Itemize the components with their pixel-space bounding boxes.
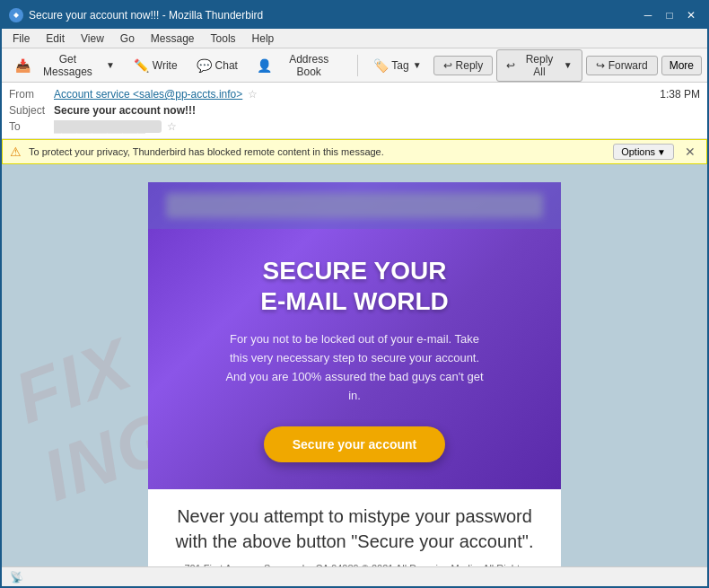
reply-all-label: Reply All [519, 53, 559, 78]
subject-label: Subject [9, 104, 54, 117]
from-label: From [9, 88, 54, 101]
reply-label: Reply [456, 59, 484, 72]
write-button[interactable]: ✏️ Write [127, 54, 186, 77]
to-star-icon[interactable]: ☆ [167, 120, 177, 133]
forward-button[interactable]: ↪ Forward [586, 56, 658, 75]
toolbar-separator [357, 55, 358, 76]
email-header-blur [166, 193, 543, 218]
privacy-icon: ⚠ [10, 145, 22, 159]
subject-value: Secure your account now!!! [54, 104, 196, 117]
chat-icon: 💬 [197, 58, 212, 73]
forward-icon: ↪ [596, 59, 605, 72]
chat-label: Chat [215, 59, 238, 72]
secure-description: For you not to be locked out of your e-m… [220, 330, 489, 405]
get-messages-dropdown-icon[interactable]: ▼ [106, 60, 115, 70]
get-messages-button[interactable]: 📥 Get Messages ▼ [7, 48, 123, 83]
title-line2: E-MAIL WORLD [260, 287, 448, 315]
below-card-footer-text: 701 First Avenue, Sunnyvale, CA 94089 © … [170, 563, 539, 566]
tag-dropdown-icon: ▼ [413, 60, 422, 70]
star-icon[interactable]: ☆ [248, 88, 258, 101]
to-label: To [9, 120, 54, 133]
reply-all-button[interactable]: ↩ Reply All ▼ [496, 49, 582, 82]
options-label: Options [621, 146, 655, 157]
more-button[interactable]: More [661, 56, 702, 75]
get-messages-icon: 📥 [15, 58, 30, 73]
below-card-main-text: Never you attempt to mistype your passwo… [170, 504, 539, 554]
address-book-label: Address Book [276, 53, 342, 78]
options-button[interactable]: Options ▼ [613, 144, 674, 160]
email-content-wrapper: SECURE YOUR E-MAIL WORLD For you not to … [148, 182, 561, 549]
write-label: Write [153, 59, 178, 72]
subject-row: Subject Secure your account now!!! [9, 102, 700, 118]
email-card-header [148, 182, 561, 229]
below-card: Never you attempt to mistype your passwo… [148, 489, 561, 566]
more-label: More [670, 59, 694, 72]
window-controls: ─ □ ✕ [639, 6, 700, 24]
close-button[interactable]: ✕ [682, 6, 700, 24]
menu-message[interactable]: Message [144, 31, 202, 47]
reply-all-dropdown-icon[interactable]: ▼ [564, 60, 573, 70]
toolbar-right: ↩ Reply ↩ Reply All ▼ ↪ Forward More [433, 49, 702, 82]
email-time: 1:38 PM [660, 88, 700, 101]
address-book-icon: 👤 [258, 58, 272, 73]
window-title: Secure your account now!!! - Mozilla Thu… [29, 9, 263, 22]
to-row: To ████████████ ☆ [9, 118, 700, 135]
from-value[interactable]: Account service <sales@pp-accts.info> [54, 88, 242, 101]
privacy-bar: ⚠ To protect your privacy, Thunderbird h… [2, 139, 707, 164]
menu-help[interactable]: Help [245, 31, 282, 47]
options-chevron-icon: ▼ [657, 147, 666, 157]
menu-edit[interactable]: Edit [39, 31, 72, 47]
privacy-text: To protect your privacy, Thunderbird has… [29, 146, 606, 157]
to-value: ████████████ [54, 120, 162, 133]
email-card-body: SECURE YOUR E-MAIL WORLD For you not to … [148, 229, 561, 489]
tag-label: Tag [391, 59, 408, 72]
statusbar: 📡 [2, 566, 707, 586]
menu-go[interactable]: Go [113, 31, 142, 47]
tag-button[interactable]: 🏷️ Tag ▼ [365, 54, 429, 77]
minimize-button[interactable]: ─ [639, 6, 657, 24]
reply-button[interactable]: ↩ Reply [433, 56, 494, 75]
chat-button[interactable]: 💬 Chat [189, 54, 246, 77]
write-icon: ✏️ [135, 58, 149, 73]
tag-icon: 🏷️ [373, 58, 388, 73]
address-book-button[interactable]: 👤 Address Book [249, 48, 350, 83]
status-icon: 📡 [9, 570, 23, 584]
title-line1: SECURE YOUR [263, 257, 447, 285]
titlebar-left: Secure your account now!!! - Mozilla Thu… [9, 8, 263, 22]
app-window: Secure your account now!!! - Mozilla Thu… [2, 2, 707, 586]
menu-file[interactable]: File [5, 31, 37, 47]
reply-icon: ↩ [443, 59, 452, 72]
titlebar: Secure your account now!!! - Mozilla Thu… [2, 2, 707, 29]
email-card: SECURE YOUR E-MAIL WORLD For you not to … [148, 182, 561, 489]
privacy-close-icon[interactable]: ✕ [681, 145, 699, 159]
secure-title: SECURE YOUR E-MAIL WORLD [184, 256, 525, 316]
email-header: From Account service <sales@pp-accts.inf… [2, 83, 707, 139]
forward-label: Forward [608, 59, 648, 72]
menubar: File Edit View Go Message Tools Help [2, 29, 707, 48]
app-icon [9, 8, 23, 22]
menu-view[interactable]: View [74, 31, 111, 47]
menu-tools[interactable]: Tools [204, 31, 243, 47]
get-messages-label: Get Messages [33, 53, 102, 78]
reply-all-icon: ↩ [506, 59, 515, 72]
toolbar: 📥 Get Messages ▼ ✏️ Write 💬 Chat 👤 Addre… [2, 48, 707, 83]
email-body: FIXING SECURE YOUR E-MAIL WORLD For you … [2, 164, 707, 566]
from-row: From Account service <sales@pp-accts.inf… [9, 86, 700, 102]
secure-account-button[interactable]: Secure your account [264, 426, 446, 462]
maximize-button[interactable]: □ [661, 6, 678, 24]
